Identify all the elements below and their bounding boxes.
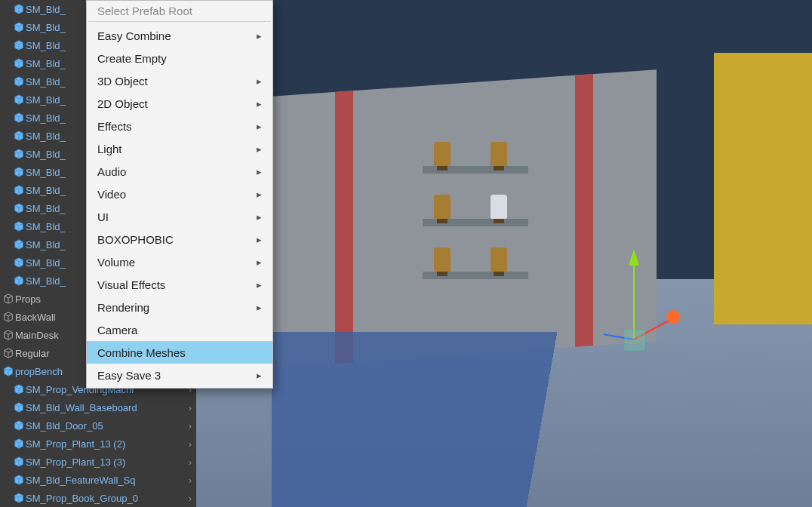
- menu-item[interactable]: Combine Meshes: [87, 341, 272, 364]
- hierarchy-item-label: BackWall: [15, 312, 56, 323]
- menu-item-label: Select Prefab Root: [97, 5, 192, 17]
- hierarchy-item[interactable]: SM_Bld_Door_05›: [0, 416, 196, 435]
- cube-icon: [14, 203, 24, 214]
- svg-point-3: [666, 310, 679, 324]
- cube-icon: [14, 438, 24, 449]
- menu-item-label: 3D Object: [97, 75, 148, 88]
- hierarchy-item-label: SM_Bld_: [26, 76, 66, 88]
- scene-trophy: [491, 195, 507, 219]
- menu-item-label: Light: [97, 143, 122, 155]
- menu-item[interactable]: Light▸: [87, 137, 272, 160]
- cube-icon: [14, 40, 24, 51]
- submenu-arrow-icon: ▸: [257, 75, 262, 87]
- cube-icon: [14, 275, 24, 286]
- submenu-arrow-icon: ▸: [257, 257, 262, 268]
- menu-item[interactable]: Camera: [87, 318, 272, 341]
- submenu-arrow-icon: ▸: [257, 211, 262, 223]
- menu-item[interactable]: Audio▸: [87, 160, 272, 183]
- hierarchy-item-label: SM_Bld_: [26, 239, 66, 250]
- menu-item[interactable]: Effects▸: [87, 115, 272, 137]
- menu-item[interactable]: Easy Save 3▸: [87, 364, 272, 386]
- menu-item-label: UI: [97, 210, 109, 223]
- chevron-right-icon: ›: [189, 438, 192, 450]
- menu-separator: [88, 21, 271, 22]
- hierarchy-item[interactable]: SM_Bld_Wall_Baseboard›: [0, 398, 196, 416]
- hierarchy-item-label: propBench: [15, 366, 63, 377]
- menu-item[interactable]: 2D Object▸: [87, 92, 272, 115]
- cube-icon: [14, 493, 24, 503]
- cube-outline-icon: [3, 312, 14, 322]
- hierarchy-item-label: MainDesk: [15, 330, 59, 341]
- cube-icon: [14, 456, 24, 467]
- menu-item-label: Effects: [97, 120, 132, 133]
- hierarchy-item-label: Props: [15, 293, 41, 305]
- cube-outline-icon: [3, 293, 14, 304]
- scene-trophy: [434, 247, 451, 272]
- hierarchy-item-label: SM_Bld_: [26, 40, 66, 51]
- submenu-arrow-icon: ▸: [257, 121, 262, 132]
- hierarchy-item-label: Regular: [15, 348, 50, 359]
- hierarchy-item-label: SM_Bld_: [26, 185, 66, 196]
- menu-item-label: Easy Save 3: [97, 369, 161, 382]
- scene-trophy: [434, 195, 451, 219]
- menu-item-label: BOXOPHOBIC: [97, 233, 174, 246]
- hierarchy-item[interactable]: SM_Prop_Plant_13 (2)›: [0, 435, 196, 453]
- menu-item[interactable]: Rendering▸: [87, 296, 272, 318]
- cube-icon: [14, 58, 24, 69]
- menu-item-label: Audio: [97, 165, 126, 178]
- hierarchy-item[interactable]: SM_Prop_Book_Group_0›: [0, 489, 196, 507]
- hierarchy-item-label: SM_Bld_FeatureWall_Sq: [26, 475, 135, 486]
- cube-icon: [14, 239, 24, 250]
- menu-item[interactable]: Volume▸: [87, 250, 272, 273]
- submenu-arrow-icon: ▸: [257, 234, 262, 245]
- cube-icon: [14, 131, 24, 141]
- wall-stripe: [575, 74, 593, 347]
- menu-item[interactable]: 3D Object▸: [87, 69, 272, 92]
- hierarchy-item-label: SM_Bld_: [26, 112, 66, 124]
- hierarchy-item-label: SM_Bld_: [26, 203, 66, 214]
- submenu-arrow-icon: ▸: [257, 30, 262, 41]
- submenu-arrow-icon: ▸: [257, 189, 262, 200]
- scene-floor-shadow: [272, 332, 812, 507]
- cube-outline-icon: [3, 348, 14, 358]
- chevron-right-icon: ›: [189, 475, 192, 486]
- menu-item[interactable]: Easy Combine▸: [87, 24, 272, 47]
- submenu-arrow-icon: ▸: [257, 98, 262, 109]
- menu-item-label: Combine Meshes: [97, 346, 186, 359]
- chevron-right-icon: ›: [189, 456, 192, 468]
- submenu-arrow-icon: ▸: [257, 143, 262, 155]
- hierarchy-item-label: SM_Bld_: [26, 22, 66, 33]
- menu-item-label: Create Empty: [97, 52, 167, 65]
- context-menu[interactable]: Select Prefab Root Easy Combine▸Create E…: [86, 0, 273, 389]
- hierarchy-item[interactable]: SM_Bld_FeatureWall_Sq›: [0, 471, 196, 489]
- wall-stripe: [335, 91, 353, 364]
- cube-icon: [14, 76, 24, 87]
- hierarchy-item-label: SM_Bld_: [26, 4, 66, 15]
- menu-item-label: Visual Effects: [97, 278, 165, 291]
- cube-icon: [14, 420, 24, 431]
- hierarchy-item-label: SM_Bld_: [26, 275, 66, 287]
- menu-item[interactable]: Video▸: [87, 183, 272, 205]
- hierarchy-item[interactable]: SM_Prop_Plant_13 (3)›: [0, 453, 196, 471]
- menu-item[interactable]: Create Empty: [87, 47, 272, 69]
- cube-icon: [14, 384, 24, 395]
- hierarchy-item-label: SM_Bld_Wall_Baseboard: [26, 402, 137, 413]
- scene-trophy: [434, 142, 451, 166]
- menu-item[interactable]: UI▸: [87, 205, 272, 228]
- menu-item-label: Rendering: [97, 301, 149, 314]
- submenu-arrow-icon: ▸: [257, 370, 262, 381]
- menu-item-truncated[interactable]: Select Prefab Root: [87, 2, 272, 19]
- hierarchy-item-label: SM_Bld_: [26, 94, 66, 106]
- menu-item-label: Easy Combine: [97, 29, 171, 42]
- menu-item[interactable]: Visual Effects▸: [87, 273, 272, 296]
- cube-icon: [14, 402, 24, 413]
- hierarchy-item-label: SM_Prop_Book_Group_0: [26, 493, 138, 504]
- scene-building: [714, 53, 812, 324]
- menu-item[interactable]: BOXOPHOBIC▸: [87, 228, 272, 250]
- cube-icon: [14, 221, 24, 232]
- cube-icon: [14, 4, 24, 14]
- hierarchy-item-label: SM_Bld_: [26, 257, 66, 269]
- submenu-arrow-icon: ▸: [257, 166, 262, 177]
- hierarchy-item-label: SM_Bld_: [26, 167, 66, 178]
- cube-icon: [14, 257, 24, 268]
